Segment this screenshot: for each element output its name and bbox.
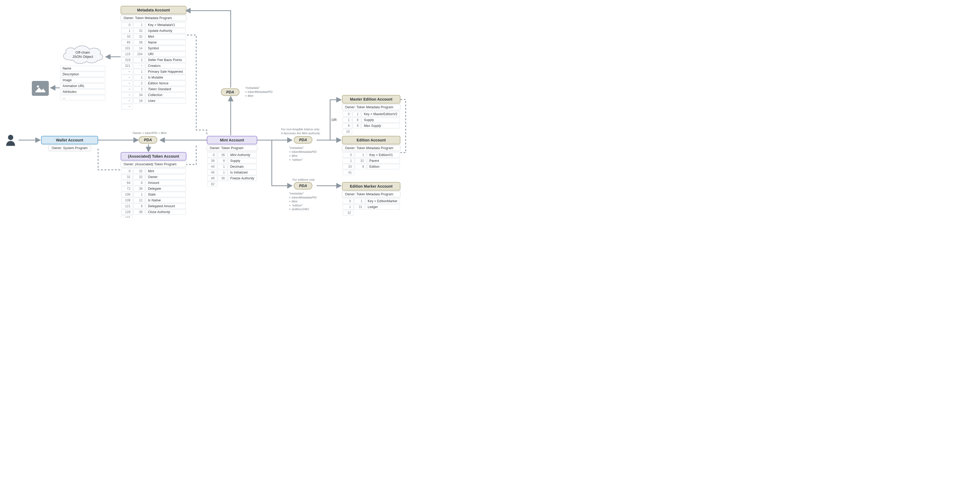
token-account-owner: Owner: (Associated) Token Program (121, 161, 186, 167)
wallet-title: Wallet Account (41, 136, 98, 144)
wallet-account: Wallet Account Owner: System Program (41, 136, 98, 151)
image-icon (32, 81, 49, 96)
marker-title: Edition Marker Account (342, 182, 400, 190)
metadata-owner: Owner: Token Metadata Program (121, 15, 186, 21)
cloud-line2: JSON Object (72, 55, 93, 59)
pda-metadata: PDA (221, 88, 239, 96)
or-label: OR (331, 118, 337, 122)
pda-edition: PDA (294, 136, 312, 144)
token-account-fields: 032Mint 3232Owner 648Amount 7236Delegate… (121, 168, 186, 217)
edition-title: Edition Account (342, 136, 400, 144)
cloud-line1: Off-chain (76, 50, 90, 55)
marker-owner: Owner: Token Metadata Program (342, 191, 400, 197)
mint-owner: Owner: Token Program (207, 145, 257, 151)
master-title: Master Edition Account (342, 95, 400, 104)
diagram-canvas: Wallet Account Owner: System Program Off… (0, 0, 408, 217)
master-fields: 01Key = MasterEditionV2 18Supply 99Max S… (342, 111, 400, 135)
mint-title: Mint Account (207, 136, 257, 144)
edition-account: Edition Account Owner: Token Metadata Pr… (342, 136, 400, 176)
metadata-account: Metadata Account Owner: Token Metadata P… (121, 6, 186, 110)
pda-marker-note: For editions only (293, 178, 315, 182)
pda-edition-seeds: "metadata" + tokenMetadataPID + Mint + "… (289, 146, 317, 161)
cloud-fields: Name Description Image Animation URL Att… (60, 65, 105, 101)
token-account: (Associated) Token Account Owner: (Assoc… (121, 152, 186, 217)
pda-ata-seeds: Owner + tokenPID + Mint (132, 131, 167, 135)
token-account-title: (Associated) Token Account (121, 152, 186, 161)
svg-point-7 (8, 135, 13, 140)
edition-marker-account: Edition Marker Account Owner: Token Meta… (342, 182, 400, 216)
mint-fields: 036Mint Authority 368Supply 441Decimals … (207, 152, 257, 187)
mint-account: Mint Account Owner: Token Program 036Min… (207, 136, 257, 187)
user-icon (5, 134, 16, 146)
pda-marker-seeds: "metadata" + tokenMetadataPID + Mint + "… (289, 192, 317, 211)
master-edition-account: Master Edition Account Owner: Token Meta… (342, 95, 400, 135)
offchain-cloud: Off-chain JSON Object Name Description I… (60, 44, 105, 101)
pda-ata: PDA (139, 136, 157, 144)
marker-fields: 01Key = EditionMarker 131Ledger 32 (342, 198, 400, 216)
edition-fields: 01Key = EditionV1 132Parent 338Edition 4… (342, 152, 400, 176)
svg-point-9 (37, 85, 39, 88)
pda-marker: PDA (294, 182, 312, 190)
pda-edition-note: For non-fungible tokens only. It becomes… (281, 127, 321, 135)
pda-metadata-seeds: "metadata" + tokenMetadataPID + Mint (245, 86, 272, 98)
metadata-title: Metadata Account (121, 6, 186, 14)
master-owner: Owner: Token Metadata Program (342, 104, 400, 110)
metadata-fields: 01Key = MetadataV1 132Update Authority 3… (121, 22, 186, 110)
wallet-owner: Owner: System Program (48, 145, 91, 151)
edition-owner: Owner: Token Metadata Program (342, 145, 400, 151)
